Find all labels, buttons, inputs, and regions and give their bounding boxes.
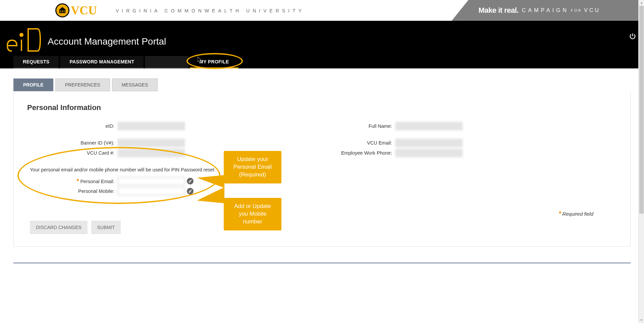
required-asterisk-icon: * <box>76 178 79 184</box>
tab-password-management[interactable]: PASSWORD MANAGEMENT <box>60 56 144 68</box>
edit-email-button[interactable] <box>187 178 194 184</box>
label-vcu-card: VCU Card #: <box>27 150 118 156</box>
svg-point-5 <box>19 33 23 37</box>
campaign-banner[interactable]: Make it real. CAMPAIGN FOR VCU <box>452 0 644 21</box>
input-personal-email[interactable] <box>118 177 185 185</box>
annotation-callout-email: Update your Personal Email (Required) <box>224 151 281 183</box>
main-content: PROFILE PREFERENCES MESSAGES Personal In… <box>0 68 644 257</box>
profile-panel: Personal Information eID: Banner ID (V#)… <box>13 91 631 247</box>
portal-title: Account Management Portal <box>48 36 166 47</box>
field-full-name <box>395 122 463 130</box>
svg-rect-2 <box>60 10 61 12</box>
annotation-arrow-email <box>197 175 224 188</box>
scroll-up-arrow-icon[interactable]: ▲ <box>639 0 644 6</box>
vcu-wordmark: VCU <box>71 3 97 17</box>
scroll-thumb[interactable] <box>639 6 644 214</box>
vertical-scrollbar[interactable]: ▲ ▼ <box>638 0 644 323</box>
svg-marker-1 <box>59 7 66 10</box>
label-personal-mobile: Personal Mobile: <box>27 189 118 194</box>
input-personal-mobile[interactable] <box>118 187 185 195</box>
main-nav: REQUESTS PASSWORD MANAGEMENT MY PROFILE <box>13 56 238 68</box>
svg-rect-4 <box>64 10 64 12</box>
label-vcu-email: VCU Email: <box>328 140 395 146</box>
field-vcu-email <box>395 139 463 147</box>
portal-header: Account Management Portal REQUESTS PASSW… <box>0 21 644 68</box>
profile-subtabs: PROFILE PREFERENCES MESSAGES <box>13 78 631 91</box>
submit-button[interactable]: SUBMIT <box>91 221 121 234</box>
vcu-seal-icon <box>55 3 69 17</box>
eid-logo[interactable] <box>6 27 42 54</box>
tab-my-profile[interactable]: MY PROFILE <box>190 56 238 68</box>
field-banner-id <box>118 139 185 147</box>
discard-changes-button[interactable]: DISCARD CHANGES <box>30 221 88 234</box>
subtab-messages[interactable]: MESSAGES <box>112 78 158 91</box>
university-top-bar: VCU VIRGINIA COMMONWEALTH UNIVERSITY Mak… <box>0 0 644 21</box>
field-eid <box>118 122 185 130</box>
tab-requests[interactable]: REQUESTS <box>13 56 59 68</box>
field-vcu-card <box>118 149 185 157</box>
campaign-for: FOR <box>571 9 582 12</box>
annotation-callout-mobile: Add or Update you Mobile number <box>224 198 281 230</box>
footer-divider <box>13 263 631 263</box>
tab-blank[interactable] <box>145 56 189 68</box>
annotation-arrow-mobile <box>197 187 224 203</box>
required-asterisk-icon: * <box>558 210 561 217</box>
edit-mobile-button[interactable] <box>187 188 194 195</box>
scroll-down-arrow-icon[interactable]: ▼ <box>639 317 644 323</box>
campaign-word: CAMPAIGN <box>522 7 569 13</box>
logout-button[interactable] <box>629 32 637 40</box>
label-eid: eID: <box>27 123 118 129</box>
svg-rect-3 <box>62 10 63 12</box>
section-title: Personal Information <box>27 103 617 112</box>
vcu-logo[interactable]: VCU <box>55 3 97 17</box>
required-field-note: *Required field <box>558 210 593 217</box>
label-work-phone: Employee Work Phone: <box>328 150 395 156</box>
label-banner-id: Banner ID (V#): <box>27 140 118 146</box>
subtab-profile[interactable]: PROFILE <box>13 78 53 91</box>
subtab-preferences[interactable]: PREFERENCES <box>55 78 110 91</box>
university-name: VIRGINIA COMMONWEALTH UNIVERSITY <box>116 8 305 13</box>
campaign-slogan: Make it real. <box>479 6 519 15</box>
label-full-name: Full Name: <box>328 123 395 129</box>
field-work-phone <box>395 149 463 157</box>
helper-text: Your personal email and/or mobile phone … <box>30 167 214 172</box>
label-personal-email: *Personal Email: <box>27 178 118 185</box>
campaign-vcu: VCU <box>584 7 600 13</box>
